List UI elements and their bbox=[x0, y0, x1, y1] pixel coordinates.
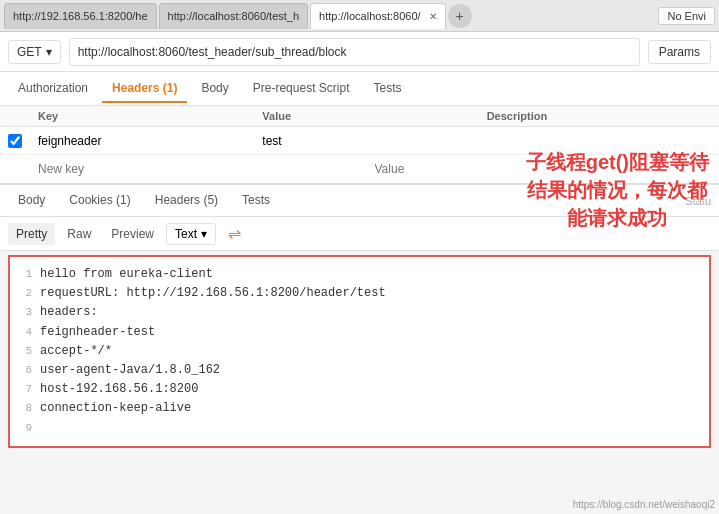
env-badge[interactable]: No Envi bbox=[658, 7, 715, 25]
response-tabs: Body Cookies (1) Headers (5) Tests Statu bbox=[0, 183, 719, 217]
new-tab-button[interactable]: + bbox=[448, 4, 472, 28]
code-line-8: 8connection-keep-alive bbox=[18, 399, 701, 418]
method-select[interactable]: GET ▾ bbox=[8, 40, 61, 64]
params-button[interactable]: Params bbox=[648, 40, 711, 64]
code-line-3: 3headers: bbox=[18, 303, 701, 322]
check-col-header bbox=[8, 110, 38, 122]
code-line-6: 6user-agent-Java/1.8.0_162 bbox=[18, 361, 701, 380]
status-area: Statu bbox=[685, 195, 711, 207]
browser-tabs-bar: http://192.168.56.1:8200/he http://local… bbox=[0, 0, 719, 32]
tab-headers[interactable]: Headers (1) bbox=[102, 75, 187, 103]
url-bar: GET ▾ Params bbox=[0, 32, 719, 72]
text-format-label: Text bbox=[175, 227, 197, 241]
watermark: https://blog.csdn.net/weishaoqi2 bbox=[573, 499, 715, 510]
wrap-icon[interactable]: ⇌ bbox=[228, 224, 241, 243]
row-value: test bbox=[262, 134, 486, 148]
body-toolbar: Pretty Raw Preview Text ▾ ⇌ bbox=[0, 217, 719, 251]
res-tab-headers[interactable]: Headers (5) bbox=[145, 187, 228, 215]
body-tab-pretty[interactable]: Pretty bbox=[8, 223, 55, 245]
key-col-header: Key bbox=[38, 110, 262, 122]
code-line-7: 7host-192.168.56.1:8200 bbox=[18, 380, 701, 399]
res-tab-body[interactable]: Body bbox=[8, 187, 55, 215]
tab-body[interactable]: Body bbox=[191, 75, 238, 103]
body-tab-preview[interactable]: Preview bbox=[103, 223, 162, 245]
browser-tab-0[interactable]: http://192.168.56.1:8200/he bbox=[4, 3, 157, 29]
code-line-4: 4feignheader-test bbox=[18, 323, 701, 342]
tab-close-icon[interactable]: ✕ bbox=[429, 11, 437, 22]
value-col-header: Value bbox=[262, 110, 486, 122]
method-label: GET bbox=[17, 45, 42, 59]
code-line-9: 9 bbox=[18, 419, 701, 438]
headers-table: Key Value Description feignheader test bbox=[0, 106, 719, 183]
res-tab-tests[interactable]: Tests bbox=[232, 187, 280, 215]
text-format-chevron-icon: ▾ bbox=[201, 227, 207, 241]
tab-prerequest[interactable]: Pre-request Script bbox=[243, 75, 360, 103]
table-row: feignheader test bbox=[0, 127, 719, 155]
tab-label-0: http://192.168.56.1:8200/he bbox=[13, 10, 148, 22]
row-key: feignheader bbox=[38, 134, 262, 148]
code-line-5: 5accept-*/* bbox=[18, 342, 701, 361]
url-input[interactable] bbox=[69, 38, 640, 66]
body-tab-raw[interactable]: Raw bbox=[59, 223, 99, 245]
browser-tab-2[interactable]: http://localhost:8060/ ✕ bbox=[310, 3, 446, 29]
request-tabs: Authorization Headers (1) Body Pre-reque… bbox=[0, 72, 719, 106]
env-label: No Envi bbox=[667, 10, 706, 22]
code-output: 1hello from eureka-client 2requestURL: h… bbox=[8, 255, 711, 448]
method-chevron-icon: ▾ bbox=[46, 45, 52, 59]
text-format-dropdown[interactable]: Text ▾ bbox=[166, 223, 216, 245]
new-value-input[interactable] bbox=[375, 162, 712, 176]
row-checkbox-container bbox=[8, 134, 38, 148]
headers-table-header: Key Value Description bbox=[0, 106, 719, 127]
row-checkbox[interactable] bbox=[8, 134, 22, 148]
desc-col-header: Description bbox=[487, 110, 711, 122]
tab-authorization[interactable]: Authorization bbox=[8, 75, 98, 103]
tab-label-2: http://localhost:8060/ bbox=[319, 10, 421, 22]
code-line-2: 2requestURL: http://192.168.56.1:8200/he… bbox=[18, 284, 701, 303]
tab-label-1: http://localhost:8060/test_h bbox=[168, 10, 299, 22]
tab-tests[interactable]: Tests bbox=[363, 75, 411, 103]
new-header-row bbox=[0, 155, 719, 183]
new-key-input[interactable] bbox=[38, 162, 375, 176]
browser-tab-1[interactable]: http://localhost:8060/test_h bbox=[159, 3, 308, 29]
new-tab-icon: + bbox=[455, 8, 463, 24]
code-line-1: 1hello from eureka-client bbox=[18, 265, 701, 284]
res-tab-cookies[interactable]: Cookies (1) bbox=[59, 187, 140, 215]
